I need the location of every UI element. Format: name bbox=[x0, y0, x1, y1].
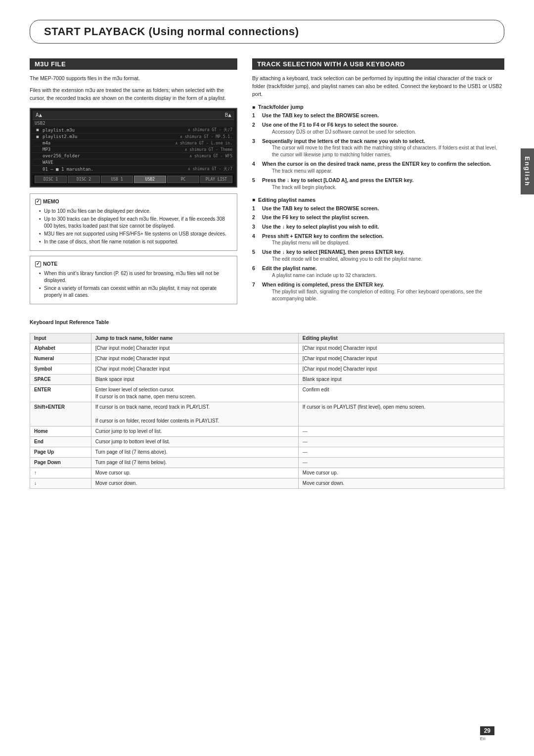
device-row-right-2: ∧ shimura GT - MP.5.1. bbox=[180, 135, 232, 139]
reference-table-section: Keyboard Input Reference Table Input Jum… bbox=[30, 319, 504, 489]
m3u-para2: Files with the extension m3u are treated… bbox=[30, 87, 237, 102]
device-row-name-4: MP3 bbox=[43, 147, 50, 152]
ep-step-6-text: Edit the playlist name. A playlist name … bbox=[262, 265, 377, 279]
tfj-step-2-text: Use one of the F1 to F4 or F6 keys to se… bbox=[262, 121, 416, 136]
device-btn-disc1[interactable]: DISC 1 bbox=[35, 176, 67, 183]
ep-step-4-sub: The playlist menu will be displayed. bbox=[262, 239, 384, 246]
folder-icon-6 bbox=[35, 160, 41, 165]
page-number-box: 29 bbox=[480, 726, 494, 735]
row-jump-shiftenter: If cursor is on track name, record track… bbox=[91, 402, 298, 426]
device-row-right-5: ∧ shimura GT - WFS bbox=[189, 154, 232, 158]
device-btn-usb2[interactable]: USB2 bbox=[134, 176, 166, 183]
device-row-4: MP3 ∧ shimura GT - Theme bbox=[33, 146, 234, 153]
tfj-step-2: 2 Use one of the F1 to F4 or F6 keys to … bbox=[252, 121, 504, 136]
device-row-right-3: ∧ shimura GT - L.one in. bbox=[175, 141, 232, 145]
device-row-2: ■ playlist2.m3u ∧ shimura GT - MP.5.1. bbox=[33, 134, 234, 140]
row-input-shiftenter: Shift+ENTER bbox=[30, 402, 91, 426]
ep-step-6-num: 6 bbox=[252, 265, 259, 279]
ep-step-3: 3 Use the ↓ key to select playlist you w… bbox=[252, 223, 504, 231]
row-jump-alphabet: [Char input mode] Character input bbox=[91, 343, 298, 353]
device-row-right-1: ∧ shimura GT - 天♪7 bbox=[188, 127, 232, 133]
device-btn-disc2[interactable]: DISC 2 bbox=[68, 176, 100, 183]
page-sub: En bbox=[480, 736, 486, 741]
row-edit-shiftenter: If cursor is on PLAYLIST (first level), … bbox=[298, 402, 504, 426]
ep-step-7-text: When editing is completed, press the ENT… bbox=[262, 281, 504, 302]
table-row-numeral: Numeral [Char input mode] Character inpu… bbox=[30, 353, 504, 364]
row-edit-enter: Confirm edit bbox=[298, 384, 504, 402]
tfj-step-2-num: 2 bbox=[252, 121, 259, 136]
device-row-name-3: m4a bbox=[43, 141, 50, 145]
tfj-step-4-text: When the cursor is on the desired track … bbox=[262, 160, 491, 175]
folder-icon-7 bbox=[35, 167, 41, 172]
ep-step-7-sub: The playlist will flash, signaling the c… bbox=[262, 288, 504, 302]
device-row-3: m4a ∧ shimura GT - L.one in. bbox=[33, 140, 234, 146]
tfj-step-1-text: Use the TAB key to select the BROWSE scr… bbox=[262, 112, 379, 119]
page-header-box: START PLAYBACK (Using normal connections… bbox=[30, 20, 504, 44]
device-row-name-2: playlist2.m3u bbox=[43, 134, 77, 139]
device-footer: DISC 1 DISC 2 USB 1 USB2 PC PLAY LIST bbox=[33, 174, 234, 185]
tfj-step-2-sub: Accessory DJS or other DJ software canno… bbox=[262, 129, 416, 136]
table-row-down: ↓ Move cursor down. Move cursor down. bbox=[30, 478, 504, 488]
ep-step-3-num: 3 bbox=[252, 223, 259, 231]
track-folder-jump-steps: 1 Use the TAB key to select the BROWSE s… bbox=[252, 112, 504, 190]
table-header-jump: Jump to track name, folder name bbox=[91, 333, 298, 343]
device-usb-label: USB2 bbox=[33, 120, 234, 127]
note-list: When this unit's library function (P. 62… bbox=[35, 270, 232, 299]
reference-table: Input Jump to track name, folder name Ed… bbox=[30, 333, 504, 489]
ep-step-7-num: 7 bbox=[252, 281, 259, 302]
table-row-enter: ENTER Enter lower level of selection cur… bbox=[30, 384, 504, 402]
editing-playlist-steps: 1 Use the TAB key to select the BROWSE s… bbox=[252, 205, 504, 302]
note-title: NOTE bbox=[35, 260, 232, 268]
track-selection-intro: By attaching a keyboard, track selection… bbox=[252, 75, 504, 98]
row-jump-pagedown: Turn page of list (7 items below). bbox=[91, 457, 298, 468]
ep-step-4-text: Press shift + ENTER key to confirm the s… bbox=[262, 233, 384, 247]
table-row-alphabet: Alphabet [Char input mode] Character inp… bbox=[30, 343, 504, 353]
row-jump-symbol: [Char input mode] Character input bbox=[91, 364, 298, 374]
row-edit-numeral: [Char input mode] Character input bbox=[298, 353, 504, 364]
memo-item-1: Up to 100 m3u files can be displayed per… bbox=[39, 208, 232, 215]
device-screen: A▲ B▲ USB2 ■ playlist.m3u ∧ shimura GT -… bbox=[30, 108, 237, 188]
row-edit-pagedown: — bbox=[298, 457, 504, 468]
m3u-para1: The MEP-7000 supports files in the m3u f… bbox=[30, 75, 237, 83]
playlist-icon-2: ■ bbox=[35, 134, 41, 139]
row-input-home: Home bbox=[30, 426, 91, 436]
device-row-right-7: ∧ shimura GT - 天♪7 bbox=[188, 166, 232, 172]
m3u-section-title: M3U FILE bbox=[30, 58, 237, 70]
ep-step-5: 5 Use the ↓ key to select [RENAME], then… bbox=[252, 248, 504, 263]
row-input-symbol: Symbol bbox=[30, 364, 91, 374]
table-row-end: End Cursor jump to bottom level of list.… bbox=[30, 436, 504, 447]
row-edit-alphabet: [Char input mode] Character input bbox=[298, 343, 504, 353]
m3u-file-section: M3U FILE The MEP-7000 supports files in … bbox=[30, 58, 237, 309]
page-number-area: 29 En bbox=[480, 726, 494, 741]
track-selection-section: TRACK SELECTION WITH A USB KEYBOARD By a… bbox=[252, 58, 504, 309]
row-input-alphabet: Alphabet bbox=[30, 343, 91, 353]
device-btn-playlist[interactable]: PLAY LIST bbox=[200, 176, 232, 183]
table-row-up: ↑ Move cursor up. Move cursor up. bbox=[30, 468, 504, 478]
table-row-space: SPACE Blank space input Blank space inpu… bbox=[30, 374, 504, 384]
ep-step-7: 7 When editing is completed, press the E… bbox=[252, 281, 504, 302]
table-row-home: Home Cursor jump to top level of list. — bbox=[30, 426, 504, 436]
device-row-6: WAVE bbox=[33, 159, 234, 166]
row-jump-down: Move cursor down. bbox=[91, 478, 298, 488]
device-row-right-4: ∧ shimura GT - Theme bbox=[185, 147, 232, 152]
table-row-symbol: Symbol [Char input mode] Character input… bbox=[30, 364, 504, 374]
row-edit-up: Move cursor up. bbox=[298, 468, 504, 478]
note-item-1: When this unit's library function (P. 62… bbox=[39, 270, 232, 284]
device-btn-pc[interactable]: PC bbox=[167, 176, 199, 183]
tfj-step-1-num: 1 bbox=[252, 112, 259, 119]
memo-box: MEMO Up to 100 m3u files can be displaye… bbox=[30, 193, 237, 251]
device-header-right: B▲ bbox=[225, 112, 231, 118]
track-folder-jump-title: Track/folder jump bbox=[252, 104, 504, 110]
ep-step-5-text: Use the ↓ key to select [RENAME], then p… bbox=[262, 248, 422, 263]
folder-icon-5 bbox=[35, 153, 41, 158]
table-row-pagedown: Page Down Turn page of list (7 items bel… bbox=[30, 457, 504, 468]
device-btn-usb1[interactable]: USB 1 bbox=[101, 176, 133, 183]
row-input-space: SPACE bbox=[30, 374, 91, 384]
ep-step-1-num: 1 bbox=[252, 205, 259, 212]
tfj-step-3-sub: The cursor will move to the first track … bbox=[262, 144, 504, 158]
memo-title: MEMO bbox=[35, 198, 232, 206]
tfj-step-5: 5 Press the ↓ key to select [LOAD A], an… bbox=[252, 177, 504, 191]
device-row-name-1: playlist.m3u bbox=[43, 128, 75, 133]
row-jump-end: Cursor jump to bottom level of list. bbox=[91, 436, 298, 447]
table-row-pageup: Page Up Turn page of list (7 items above… bbox=[30, 447, 504, 457]
